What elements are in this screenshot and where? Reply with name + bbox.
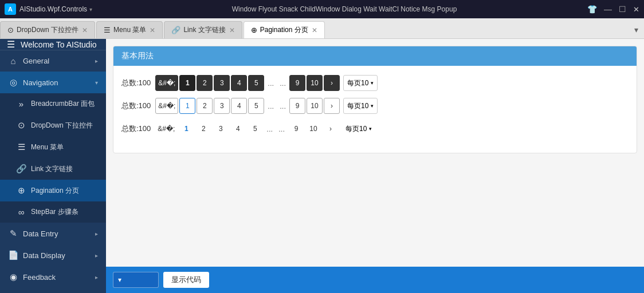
- sidebar-feedback-label: Feedback: [23, 273, 95, 282]
- tab-menu-label: Menu 菜单: [113, 25, 146, 35]
- breadcrumb-icon: »: [16, 99, 26, 109]
- prev-btn-3[interactable]: &#�;: [155, 121, 177, 137]
- page-10-btn-2[interactable]: 10: [307, 98, 323, 114]
- dataentry-icon: ✎: [8, 228, 18, 239]
- total-label-3: 总数:100: [121, 124, 151, 134]
- section-body: 总数:100 &#�; 1 2 3 4 5 ... ... 9 10 › 每页1…: [113, 66, 637, 153]
- bottom-bar: ▾ 显示代码: [106, 267, 644, 293]
- close-button[interactable]: ✕: [633, 5, 639, 14]
- section-card: 基本用法 总数:100 &#�; 1 2 3 4 5 ... ... 9: [113, 46, 637, 153]
- tab-dropdown-close[interactable]: ✕: [82, 26, 88, 34]
- navigation-icon: ◎: [8, 77, 18, 88]
- page-4-btn-3[interactable]: 4: [230, 121, 246, 137]
- sidebar-item-menu[interactable]: ☰ Menu 菜单: [0, 136, 106, 158]
- sidebar-item-navigation[interactable]: ◎ Navigation ▾: [0, 72, 106, 93]
- sidebar: ☰ Welcome To AIStudio ⌂ General ▸ ◎ Navi…: [0, 39, 106, 293]
- tab-menu-close[interactable]: ✕: [150, 26, 155, 34]
- sidebar-title: Welcome To AIStudio: [21, 40, 97, 49]
- dropdown-side-icon: ⊙: [16, 120, 26, 130]
- sidebar-item-other[interactable]: ⋯ Other ▸: [0, 288, 106, 293]
- sidebar-general-label: General: [23, 57, 95, 65]
- stepbar-icon: ∞: [16, 207, 26, 217]
- sidebar-dropdown-label: DropDown 下拉控件: [31, 121, 98, 130]
- pagination-side-icon: ⊕: [16, 185, 26, 196]
- tab-link-label: Link 文字链接: [183, 25, 225, 35]
- next-btn-1[interactable]: ›: [324, 75, 340, 91]
- dots-2a: ...: [265, 98, 276, 114]
- page-3-btn-1[interactable]: 3: [214, 75, 230, 91]
- page-2-btn-1[interactable]: 2: [197, 75, 213, 91]
- sidebar-item-feedback[interactable]: ◉ Feedback ▸: [0, 266, 106, 288]
- page-10-btn-1[interactable]: 10: [307, 75, 323, 91]
- per-page-label-3: 每页10: [345, 124, 367, 134]
- restore-button[interactable]: ☐: [619, 5, 626, 14]
- sidebar-header: ☰ Welcome To AIStudio: [0, 39, 106, 50]
- feedback-icon: ◉: [8, 272, 18, 282]
- tab-pagination[interactable]: ⊕ Pagination 分页 ✕: [244, 21, 325, 38]
- tab-dropdown-label: DropDown 下拉控件: [17, 25, 78, 35]
- page-1-btn-1[interactable]: 1: [179, 75, 195, 91]
- sidebar-item-datadisplay[interactable]: 📄 Data Display ▸: [0, 244, 106, 266]
- home-icon: ⌂: [8, 56, 18, 66]
- page-9-btn-2[interactable]: 9: [289, 98, 305, 114]
- prev-btn-1[interactable]: &#�;: [155, 75, 178, 91]
- per-page-select-1[interactable]: 每页10 ▾: [343, 75, 378, 91]
- bottom-select-arrow: ▾: [118, 276, 121, 284]
- dataentry-arrow-icon: ▸: [95, 231, 98, 237]
- sidebar-item-link[interactable]: 🔗 Link 文字链接: [0, 158, 106, 180]
- next-btn-2[interactable]: ›: [324, 98, 340, 114]
- tab-pagination-close[interactable]: ✕: [312, 26, 317, 34]
- minimize-button[interactable]: —: [604, 5, 612, 14]
- page-5-btn-3[interactable]: 5: [247, 121, 263, 137]
- page-1-btn-2[interactable]: 1: [179, 98, 195, 114]
- tab-dropdown[interactable]: ⊙ DropDown 下拉控件 ✕: [0, 21, 95, 38]
- dots-1a: ...: [265, 75, 276, 91]
- window-title: Window Flyout Snack ChildWindow Dialog W…: [101, 5, 587, 13]
- tab-bar-more[interactable]: ▾: [629, 21, 644, 38]
- menu-side-icon: ☰: [16, 142, 26, 152]
- sidebar-pagination-label: Pagination 分页: [31, 186, 98, 196]
- sidebar-item-dataentry[interactable]: ✎ Data Entry ▸: [0, 223, 106, 244]
- sidebar-item-breadcrumb[interactable]: » BreadcrumbBar 面包: [0, 93, 106, 114]
- navigation-arrow-icon: ▾: [95, 80, 98, 86]
- page-5-btn-2[interactable]: 5: [248, 98, 264, 114]
- tab-bar: ⊙ DropDown 下拉控件 ✕ ☰ Menu 菜单 ✕ 🔗 Link 文字链…: [0, 18, 644, 39]
- page-3-btn-2[interactable]: 3: [214, 98, 230, 114]
- page-2-btn-3[interactable]: 2: [195, 121, 211, 137]
- tab-link-close[interactable]: ✕: [229, 26, 235, 34]
- sidebar-stepbar-label: StepBar 步骤条: [31, 207, 98, 217]
- page-4-btn-1[interactable]: 4: [231, 75, 247, 91]
- sidebar-dataentry-label: Data Entry: [23, 229, 95, 238]
- prev-btn-2[interactable]: &#�;: [155, 98, 178, 114]
- tab-dropdown-icon: ⊙: [7, 26, 14, 34]
- section-title: 基本用法: [113, 46, 637, 66]
- dots-3b: ...: [276, 121, 287, 137]
- sidebar-item-dropdown[interactable]: ⊙ DropDown 下拉控件: [0, 114, 106, 136]
- page-9-btn-3[interactable]: 9: [288, 121, 304, 137]
- sidebar-item-pagination[interactable]: ⊕ Pagination 分页: [0, 180, 106, 201]
- navigation-submenu: » BreadcrumbBar 面包 ⊙ DropDown 下拉控件 ☰ Men…: [0, 93, 106, 223]
- feedback-arrow-icon: ▸: [95, 274, 98, 280]
- per-page-select-3[interactable]: 每页10 ▾: [342, 121, 375, 137]
- per-page-arrow-1: ▾: [371, 80, 374, 86]
- bottom-select[interactable]: ▾: [113, 272, 159, 288]
- page-10-btn-3[interactable]: 10: [305, 121, 321, 137]
- tab-menu[interactable]: ☰ Menu 菜单 ✕: [96, 21, 163, 38]
- show-code-button[interactable]: 显示代码: [163, 272, 209, 288]
- menu-icon: ☰: [7, 39, 15, 50]
- app-name: AIStudio.Wpf.Controls: [19, 5, 87, 13]
- page-2-btn-2[interactable]: 2: [197, 98, 213, 114]
- sidebar-item-general[interactable]: ⌂ General ▸: [0, 50, 106, 72]
- sidebar-item-stepbar[interactable]: ∞ StepBar 步骤条: [0, 201, 106, 223]
- page-4-btn-2[interactable]: 4: [231, 98, 247, 114]
- next-btn-3[interactable]: ›: [323, 121, 339, 137]
- page-5-btn-1[interactable]: 5: [248, 75, 264, 91]
- content-area: 基本用法 总数:100 &#�; 1 2 3 4 5 ... ... 9: [106, 39, 644, 293]
- page-3-btn-3[interactable]: 3: [213, 121, 229, 137]
- page-1-btn-3[interactable]: 1: [178, 121, 194, 137]
- page-9-btn-1[interactable]: 9: [289, 75, 305, 91]
- link-side-icon: 🔗: [16, 164, 26, 174]
- per-page-select-2[interactable]: 每页10 ▾: [343, 98, 378, 114]
- per-page-label-2: 每页10: [347, 101, 368, 111]
- tab-link[interactable]: 🔗 Link 文字链接 ✕: [164, 21, 242, 38]
